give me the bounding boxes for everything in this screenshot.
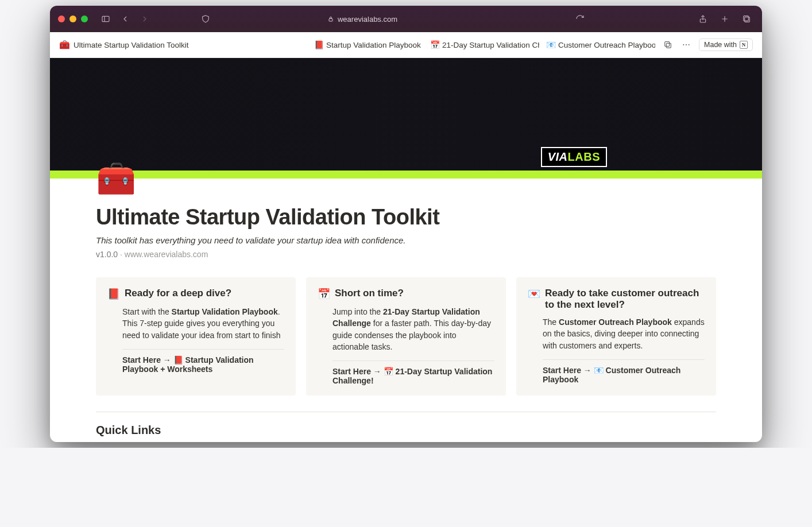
- calendar-icon: 📅: [430, 40, 440, 49]
- new-tab-icon[interactable]: [717, 11, 732, 26]
- divider: [332, 361, 494, 361]
- made-with-label: Made with: [704, 41, 737, 49]
- version-line: v1.0.0 · www.wearevialabs.com: [96, 250, 716, 259]
- address-bar[interactable]: wearevialabs.com: [327, 15, 397, 24]
- nav-link-label: Startup Validation Playbook + …: [326, 41, 423, 49]
- minimize-window-button[interactable]: [69, 16, 76, 22]
- url-text: wearevialabs.com: [338, 15, 397, 24]
- svg-rect-8: [666, 43, 671, 48]
- card-deep-dive: 📕 Ready for a deep dive? Start with the …: [96, 277, 296, 396]
- copy-link-button[interactable]: [662, 39, 674, 51]
- window-controls: [58, 16, 88, 22]
- card-short-time: 📅 Short on time? Jump into the 21-Day St…: [306, 277, 506, 396]
- browser-window: wearevialabs.com 🧰 Ultimate Startup Vali…: [50, 6, 762, 442]
- site-link[interactable]: www.wearevialabs.com: [125, 250, 208, 259]
- svg-rect-7: [744, 16, 749, 21]
- nav-link-challenge[interactable]: 📅 21-Day Startup Validation Chal…: [430, 40, 539, 49]
- svg-rect-9: [665, 42, 670, 46]
- card-title-text: Short on time?: [335, 288, 404, 299]
- svg-rect-6: [745, 17, 750, 22]
- sidebar-toggle-icon[interactable]: [98, 11, 113, 26]
- svg-point-11: [686, 44, 687, 45]
- book-icon: 📕: [107, 288, 120, 300]
- page-content: VIALABS 🧰 Ultimate Startup Validation To…: [50, 58, 762, 442]
- forward-button[interactable]: [137, 11, 152, 26]
- back-button[interactable]: [118, 11, 133, 26]
- nav-link-playbook[interactable]: 📕 Startup Validation Playbook + …: [314, 40, 423, 49]
- close-window-button[interactable]: [58, 16, 65, 22]
- card-title-text: Ready to take customer outreach to the n…: [545, 288, 705, 311]
- book-icon: 📕: [314, 40, 324, 49]
- page-subtitle: This toolkit has everything you need to …: [96, 235, 716, 245]
- breadcrumb-title: Ultimate Startup Validation Toolkit: [74, 41, 189, 49]
- tabs-overview-icon[interactable]: [739, 11, 754, 26]
- made-with-badge[interactable]: Made with N: [699, 38, 753, 51]
- nav-link-outreach[interactable]: 📧 Customer Outreach Playbook: [546, 40, 655, 49]
- breadcrumb-icon: 🧰: [59, 40, 70, 50]
- notion-top-bar: 🧰 Ultimate Startup Validation Toolkit 📕 …: [50, 32, 762, 58]
- love-letter-icon: 💌: [528, 288, 540, 300]
- card-cta-link[interactable]: Start Here → 📅 21-Day Startup Validation…: [332, 367, 494, 385]
- page-icon[interactable]: 🧰: [96, 162, 716, 195]
- notion-logo-icon: N: [740, 41, 748, 49]
- more-menu-button[interactable]: [680, 39, 692, 51]
- nav-link-label: 21-Day Startup Validation Chal…: [442, 41, 539, 49]
- divider: [122, 349, 284, 350]
- reload-button[interactable]: [573, 11, 587, 26]
- callout-cards: 📕 Ready for a deep dive? Start with the …: [96, 277, 716, 396]
- svg-point-10: [683, 44, 684, 45]
- card-body: Start with the Startup Validation Playbo…: [122, 306, 284, 341]
- content-fade: [50, 431, 762, 442]
- shield-icon[interactable]: [198, 11, 213, 26]
- calendar-icon: 📅: [318, 288, 330, 300]
- cover-image: VIALABS: [50, 58, 762, 179]
- nav-link-label: Customer Outreach Playbook: [558, 41, 655, 49]
- share-icon[interactable]: [695, 11, 710, 26]
- divider: [96, 412, 716, 412]
- lock-icon: [327, 16, 334, 22]
- maximize-window-button[interactable]: [81, 16, 88, 22]
- card-title-text: Ready for a deep dive?: [125, 288, 231, 299]
- page-title: Ultimate Startup Validation Toolkit: [96, 205, 716, 230]
- svg-point-12: [689, 44, 690, 45]
- svg-rect-0: [102, 16, 109, 21]
- browser-toolbar: wearevialabs.com: [50, 6, 762, 32]
- divider: [543, 359, 705, 360]
- card-cta-link[interactable]: Start Here → 📕 Startup Validation Playbo…: [122, 355, 284, 374]
- version-number: v1.0.0: [96, 250, 118, 259]
- card-cta-link[interactable]: Start Here → 📧 Customer Outreach Playboo…: [543, 366, 705, 384]
- card-outreach: 💌 Ready to take customer outreach to the…: [516, 277, 716, 396]
- notion-bar-right: 📕 Startup Validation Playbook + … 📅 21-D…: [314, 38, 753, 51]
- breadcrumb[interactable]: 🧰 Ultimate Startup Validation Toolkit: [59, 40, 189, 50]
- card-body: The Customer Outreach Playbook expands o…: [543, 316, 705, 351]
- mail-icon: 📧: [546, 40, 556, 49]
- svg-rect-2: [329, 19, 332, 22]
- card-body: Jump into the 21-Day Startup Validation …: [332, 306, 494, 352]
